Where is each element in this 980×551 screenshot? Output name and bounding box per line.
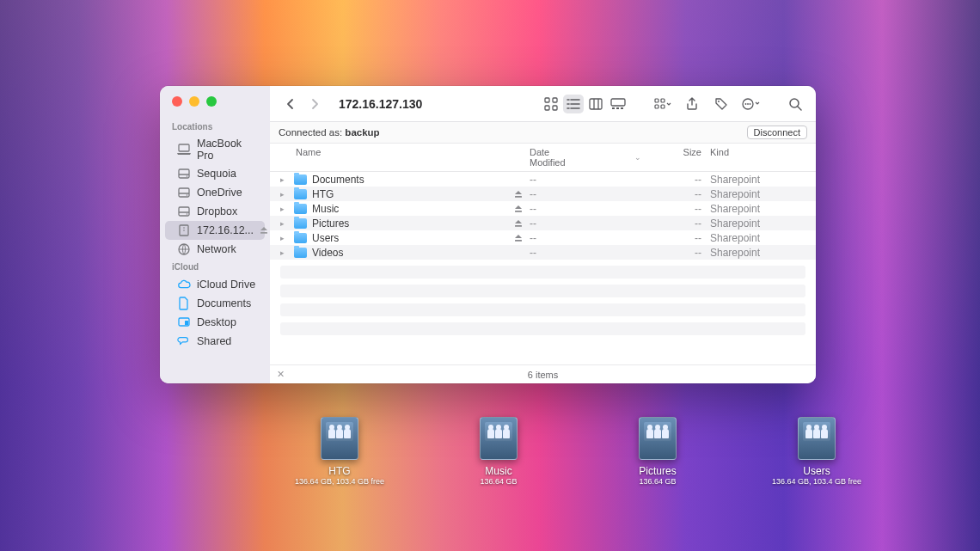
sidebar-item-172-16-12-[interactable]: 172.16.12...	[165, 221, 265, 240]
file-name: Documents	[312, 174, 364, 186]
file-row[interactable]: ▸HTG----Sharepoint	[270, 187, 816, 201]
svg-rect-26	[661, 105, 665, 108]
close-window-button[interactable]	[172, 96, 182, 107]
file-kind: Sharepoint	[701, 232, 805, 244]
disconnect-button[interactable]: Disconnect	[747, 126, 807, 139]
eject-icon[interactable]	[514, 190, 530, 199]
file-size: --	[641, 174, 701, 186]
file-row[interactable]: ▸Users----Sharepoint	[270, 230, 816, 245]
svg-point-9	[183, 230, 185, 231]
status-bar: ✕ 6 items	[270, 364, 816, 383]
view-icons-button[interactable]	[541, 95, 561, 113]
drive-capacity: 136.64 GB	[480, 477, 517, 486]
network-drive-icon	[480, 417, 518, 460]
folder-icon	[294, 204, 307, 214]
sidebar-item-network[interactable]: Network	[165, 240, 265, 259]
disclosure-triangle-icon[interactable]: ▸	[280, 190, 289, 199]
svg-rect-13	[185, 321, 188, 325]
drive-capacity: 136.64 GB	[639, 477, 676, 486]
svg-point-2	[187, 175, 188, 177]
sidebar-item-label: Desktop	[197, 316, 236, 328]
eject-icon[interactable]	[514, 219, 530, 228]
forward-button[interactable]	[304, 95, 325, 113]
column-size[interactable]: Size	[641, 147, 701, 168]
drive-capacity: 136.64 GB, 103.4 GB free	[772, 477, 861, 486]
globe-icon	[177, 242, 191, 256]
disclosure-triangle-icon[interactable]: ▸	[280, 205, 289, 213]
column-headers: Name Date Modified⌄ Size Kind	[270, 144, 816, 172]
sidebar-item-label: Dropbox	[197, 205, 237, 217]
desktop-drive-users[interactable]: Users136.64 GB, 103.4 GB free	[769, 417, 864, 486]
more-button[interactable]	[740, 95, 761, 113]
back-button[interactable]	[280, 95, 301, 113]
group-by-button[interactable]	[652, 95, 673, 113]
cloud-icon	[177, 278, 191, 291]
disclosure-triangle-icon[interactable]: ▸	[280, 175, 289, 184]
connected-as-label: Connected as: backup	[279, 127, 380, 138]
item-count: 6 items	[528, 370, 558, 380]
eject-icon[interactable]	[260, 226, 268, 235]
view-columns-button[interactable]	[585, 95, 606, 113]
tags-button[interactable]	[711, 95, 732, 113]
sidebar-item-documents[interactable]: Documents	[165, 294, 265, 313]
column-date-modified[interactable]: Date Modified⌄	[530, 147, 641, 168]
file-row[interactable]: ▸Videos----Sharepoint	[270, 245, 816, 260]
zoom-window-button[interactable]	[206, 96, 217, 107]
search-button[interactable]	[785, 95, 805, 113]
file-kind: Sharepoint	[701, 217, 805, 230]
sidebar-item-sequoia[interactable]: Sequoia	[165, 164, 265, 183]
file-row[interactable]: ▸Pictures----Sharepoint	[270, 216, 816, 230]
file-size: --	[641, 232, 701, 244]
desktop-drive-pictures[interactable]: Pictures136.64 GB	[610, 417, 705, 486]
sidebar-item-label: MacBook Pro	[197, 138, 256, 162]
path-bar-close-button[interactable]: ✕	[277, 369, 285, 380]
sidebar-item-dropbox[interactable]: Dropbox	[165, 202, 265, 221]
disclosure-triangle-icon[interactable]: ▸	[280, 234, 289, 242]
column-kind[interactable]: Kind	[701, 147, 805, 168]
sidebar-item-label: Documents	[197, 297, 251, 309]
finder-window: LocationsMacBook ProSequoiaOneDriveDropb…	[160, 86, 816, 383]
desktop-drive-htg[interactable]: HTG136.64 GB, 103.4 GB free	[292, 417, 387, 486]
eject-icon[interactable]	[514, 205, 530, 213]
server-icon	[177, 223, 191, 237]
minimize-window-button[interactable]	[189, 96, 199, 107]
sidebar-item-onedrive[interactable]: OneDrive	[165, 183, 265, 202]
file-kind: Sharepoint	[701, 188, 805, 200]
file-name: Pictures	[312, 217, 349, 230]
svg-point-30	[747, 103, 749, 105]
svg-rect-23	[655, 99, 658, 102]
sidebar-item-label: Shared	[197, 335, 231, 347]
file-row[interactable]: ▸Documents----Sharepoint	[270, 172, 816, 187]
file-kind: Sharepoint	[701, 203, 805, 215]
toolbar: 172.16.127.130	[270, 86, 816, 122]
sidebar-heading: iCloud	[160, 259, 270, 275]
view-list-button[interactable]	[563, 95, 584, 113]
folder-icon	[294, 189, 307, 199]
svg-rect-3	[179, 188, 189, 197]
folder-icon	[294, 174, 307, 185]
sidebar-item-macbook-pro[interactable]: MacBook Pro	[165, 135, 265, 164]
drive-name: Pictures	[639, 465, 676, 477]
svg-rect-15	[553, 98, 557, 102]
column-name[interactable]: Name	[280, 147, 530, 168]
file-size: --	[641, 247, 701, 259]
disk-icon	[177, 205, 191, 218]
sidebar-item-label: OneDrive	[197, 187, 242, 199]
file-row[interactable]: ▸Music----Sharepoint	[270, 201, 816, 216]
desktop-drive-music[interactable]: Music136.64 GB	[451, 417, 546, 486]
share-button[interactable]	[682, 95, 702, 113]
sidebar-item-icloud-drive[interactable]: iCloud Drive	[165, 275, 265, 294]
drive-capacity: 136.64 GB, 103.4 GB free	[295, 477, 384, 486]
svg-rect-34	[515, 211, 522, 212]
file-date: --	[530, 174, 641, 186]
shared-icon	[177, 334, 191, 348]
svg-rect-20	[612, 107, 615, 109]
sidebar: LocationsMacBook ProSequoiaOneDriveDropb…	[160, 86, 270, 383]
view-gallery-button[interactable]	[608, 95, 628, 113]
disclosure-triangle-icon[interactable]: ▸	[280, 219, 289, 228]
eject-icon[interactable]	[514, 234, 530, 242]
sidebar-item-shared[interactable]: Shared	[165, 332, 265, 351]
sidebar-item-desktop[interactable]: Desktop	[165, 313, 265, 332]
file-name: HTG	[312, 188, 334, 200]
disclosure-triangle-icon[interactable]: ▸	[280, 248, 289, 257]
